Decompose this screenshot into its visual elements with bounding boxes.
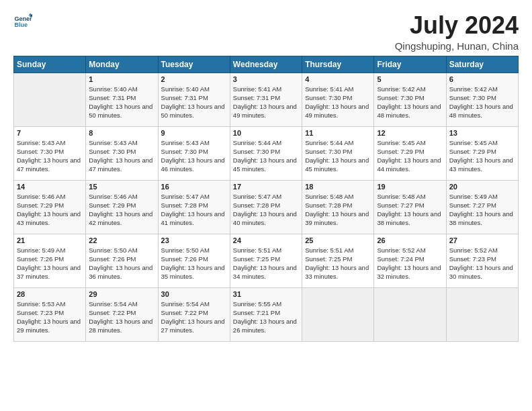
day-info: Sunrise: 5:43 AMSunset: 7:30 PMDaylight:…	[17, 138, 83, 174]
calendar-week-4: 21Sunrise: 5:49 AMSunset: 7:26 PMDayligh…	[14, 234, 519, 287]
calendar-cell: 16Sunrise: 5:47 AMSunset: 7:28 PMDayligh…	[158, 180, 230, 234]
calendar-table: Sunday Monday Tuesday Wednesday Thursday…	[13, 56, 519, 342]
day-info: Sunrise: 5:44 AMSunset: 7:30 PMDaylight:…	[305, 138, 371, 174]
calendar-cell: 19Sunrise: 5:48 AMSunset: 7:27 PMDayligh…	[374, 180, 446, 234]
day-info: Sunrise: 5:47 AMSunset: 7:28 PMDaylight:…	[233, 192, 299, 228]
day-info: Sunrise: 5:41 AMSunset: 7:30 PMDaylight:…	[305, 85, 371, 120]
day-number: 6	[449, 75, 515, 83]
day-info: Sunrise: 5:50 AMSunset: 7:26 PMDaylight:…	[161, 246, 227, 281]
day-number: 17	[233, 183, 299, 191]
day-number: 3	[233, 75, 299, 83]
calendar-cell: 11Sunrise: 5:44 AMSunset: 7:30 PMDayligh…	[302, 126, 374, 180]
day-number: 1	[89, 75, 154, 83]
calendar-cell: 27Sunrise: 5:52 AMSunset: 7:23 PMDayligh…	[446, 234, 518, 287]
day-number: 11	[305, 129, 371, 137]
day-info: Sunrise: 5:42 AMSunset: 7:30 PMDaylight:…	[449, 85, 515, 120]
calendar-cell: 20Sunrise: 5:49 AMSunset: 7:27 PMDayligh…	[446, 180, 518, 234]
day-info: Sunrise: 5:53 AMSunset: 7:23 PMDaylight:…	[17, 300, 83, 335]
day-info: Sunrise: 5:49 AMSunset: 7:26 PMDaylight:…	[17, 246, 83, 281]
day-info: Sunrise: 5:45 AMSunset: 7:29 PMDaylight:…	[377, 138, 443, 174]
calendar-week-5: 28Sunrise: 5:53 AMSunset: 7:23 PMDayligh…	[14, 287, 519, 341]
col-thursday: Thursday	[302, 56, 374, 73]
day-number: 10	[233, 129, 299, 137]
day-info: Sunrise: 5:48 AMSunset: 7:28 PMDaylight:…	[305, 192, 371, 228]
day-number: 7	[17, 129, 83, 137]
day-info: Sunrise: 5:52 AMSunset: 7:24 PMDaylight:…	[377, 246, 443, 281]
col-tuesday: Tuesday	[158, 56, 230, 73]
day-info: Sunrise: 5:43 AMSunset: 7:30 PMDaylight:…	[89, 138, 154, 174]
calendar-cell: 25Sunrise: 5:51 AMSunset: 7:25 PMDayligh…	[302, 234, 374, 287]
calendar-cell: 17Sunrise: 5:47 AMSunset: 7:28 PMDayligh…	[230, 180, 302, 234]
day-number: 29	[89, 290, 154, 298]
logo: General Blue	[13, 12, 32, 31]
calendar-cell: 9Sunrise: 5:43 AMSunset: 7:30 PMDaylight…	[158, 126, 230, 180]
day-info: Sunrise: 5:46 AMSunset: 7:29 PMDaylight:…	[89, 192, 154, 228]
title-section: July 2024 Qingshuping, Hunan, China	[395, 12, 519, 52]
calendar-cell	[374, 287, 446, 341]
day-number: 31	[233, 290, 299, 298]
day-number: 21	[17, 236, 83, 244]
calendar-cell: 13Sunrise: 5:45 AMSunset: 7:29 PMDayligh…	[446, 126, 518, 180]
day-info: Sunrise: 5:54 AMSunset: 7:22 PMDaylight:…	[161, 300, 227, 335]
day-number: 28	[17, 290, 83, 298]
day-info: Sunrise: 5:54 AMSunset: 7:22 PMDaylight:…	[89, 300, 154, 335]
calendar-cell: 1Sunrise: 5:40 AMSunset: 7:31 PMDaylight…	[86, 73, 158, 126]
day-info: Sunrise: 5:49 AMSunset: 7:27 PMDaylight:…	[449, 192, 515, 228]
calendar-cell: 2Sunrise: 5:40 AMSunset: 7:31 PMDaylight…	[158, 73, 230, 126]
day-info: Sunrise: 5:43 AMSunset: 7:30 PMDaylight:…	[161, 138, 227, 174]
day-number: 13	[449, 129, 515, 137]
calendar-cell: 8Sunrise: 5:43 AMSunset: 7:30 PMDaylight…	[86, 126, 158, 180]
calendar-cell: 24Sunrise: 5:51 AMSunset: 7:25 PMDayligh…	[230, 234, 302, 287]
calendar-cell: 7Sunrise: 5:43 AMSunset: 7:30 PMDaylight…	[14, 126, 86, 180]
day-number: 9	[161, 129, 227, 137]
day-number: 19	[377, 183, 443, 191]
day-info: Sunrise: 5:42 AMSunset: 7:30 PMDaylight:…	[377, 85, 443, 120]
day-info: Sunrise: 5:48 AMSunset: 7:27 PMDaylight:…	[377, 192, 443, 228]
calendar-cell: 10Sunrise: 5:44 AMSunset: 7:30 PMDayligh…	[230, 126, 302, 180]
calendar-week-3: 14Sunrise: 5:46 AMSunset: 7:29 PMDayligh…	[14, 180, 519, 234]
day-info: Sunrise: 5:47 AMSunset: 7:28 PMDaylight:…	[161, 192, 227, 228]
day-info: Sunrise: 5:40 AMSunset: 7:31 PMDaylight:…	[89, 85, 154, 120]
calendar-week-2: 7Sunrise: 5:43 AMSunset: 7:30 PMDaylight…	[14, 126, 519, 180]
calendar-cell: 4Sunrise: 5:41 AMSunset: 7:30 PMDaylight…	[302, 73, 374, 126]
day-info: Sunrise: 5:41 AMSunset: 7:31 PMDaylight:…	[233, 85, 299, 120]
calendar-cell	[302, 287, 374, 341]
header-row-days: Sunday Monday Tuesday Wednesday Thursday…	[14, 56, 519, 73]
col-wednesday: Wednesday	[230, 56, 302, 73]
day-info: Sunrise: 5:44 AMSunset: 7:30 PMDaylight:…	[233, 138, 299, 174]
col-sunday: Sunday	[14, 56, 86, 73]
header-row: General Blue July 2024 Qingshuping, Huna…	[13, 12, 519, 52]
day-number: 15	[89, 183, 154, 191]
location: Qingshuping, Hunan, China	[395, 40, 519, 52]
day-number: 30	[161, 290, 227, 298]
col-saturday: Saturday	[446, 56, 518, 73]
day-number: 4	[305, 75, 371, 83]
day-number: 2	[161, 75, 227, 83]
day-info: Sunrise: 5:40 AMSunset: 7:31 PMDaylight:…	[161, 85, 227, 120]
col-friday: Friday	[374, 56, 446, 73]
month-title: July 2024	[395, 12, 519, 39]
day-number: 5	[377, 75, 443, 83]
svg-text:General: General	[14, 15, 32, 22]
calendar-cell	[14, 73, 86, 126]
calendar-cell	[446, 287, 518, 341]
day-number: 24	[233, 236, 299, 244]
calendar-cell: 22Sunrise: 5:50 AMSunset: 7:26 PMDayligh…	[86, 234, 158, 287]
day-info: Sunrise: 5:45 AMSunset: 7:29 PMDaylight:…	[449, 138, 515, 174]
day-number: 20	[449, 183, 515, 191]
day-info: Sunrise: 5:52 AMSunset: 7:23 PMDaylight:…	[449, 246, 515, 281]
day-number: 12	[377, 129, 443, 137]
calendar-cell: 14Sunrise: 5:46 AMSunset: 7:29 PMDayligh…	[14, 180, 86, 234]
logo-icon: General Blue	[13, 12, 32, 31]
calendar-cell: 26Sunrise: 5:52 AMSunset: 7:24 PMDayligh…	[374, 234, 446, 287]
day-info: Sunrise: 5:46 AMSunset: 7:29 PMDaylight:…	[17, 192, 83, 228]
svg-text:Blue: Blue	[14, 21, 28, 28]
day-info: Sunrise: 5:51 AMSunset: 7:25 PMDaylight:…	[305, 246, 371, 281]
calendar-cell: 30Sunrise: 5:54 AMSunset: 7:22 PMDayligh…	[158, 287, 230, 341]
day-number: 18	[305, 183, 371, 191]
day-number: 8	[89, 129, 154, 137]
day-info: Sunrise: 5:51 AMSunset: 7:25 PMDaylight:…	[233, 246, 299, 281]
col-monday: Monday	[86, 56, 158, 73]
day-number: 27	[449, 236, 515, 244]
calendar-cell: 21Sunrise: 5:49 AMSunset: 7:26 PMDayligh…	[14, 234, 86, 287]
